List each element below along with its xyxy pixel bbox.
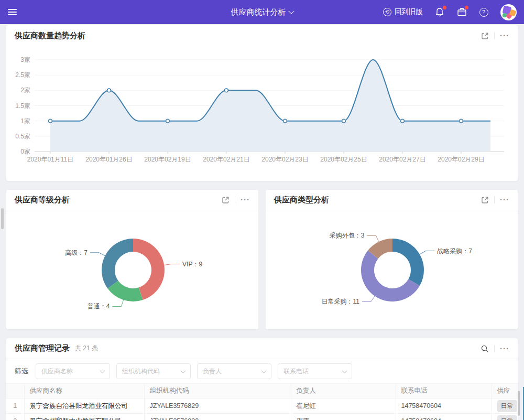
svg-text:2020年02月19日: 2020年02月19日 (144, 156, 191, 163)
cell-phone: 14758470604 (396, 414, 492, 420)
svg-text:VIP：9: VIP：9 (182, 261, 202, 268)
svg-text:2020年01月11日: 2020年01月11日 (27, 156, 74, 163)
cell-supplier-name: 景宁畲族自治县阳龙酒业有限公司 (24, 399, 144, 414)
search-icon[interactable] (481, 344, 489, 353)
supplier-table: 供应商名称 组织机构代码 负责人 联系电话 供应 1 景宁畲族自治县阳龙酒业有限… (6, 383, 518, 420)
col-supplier-type: 供应 (492, 384, 518, 399)
table-card-title: 供应商管理记录 (15, 343, 70, 353)
filter-placeholder: 联系电话 (283, 367, 343, 376)
row-index: 2 (6, 414, 24, 420)
supplier-trend-line-chart[interactable]: 0家0.5家1家1.5家2家2.5家3家2020年01月11日2020年01月2… (6, 50, 518, 165)
tasks-badge (465, 6, 468, 9)
cell-org-code: JZYALE3576829 (144, 399, 291, 414)
level-chart-card: 供应商等级分析 VIP：9普通：4高级：7 (6, 190, 258, 329)
filter-bar: 筛选 供应商名称 组织机构代码 负责人 联系电话 (6, 359, 518, 383)
page-title: 供应商统计分析 (231, 7, 286, 16)
filter-supplier-name-select[interactable]: 供应商名称 (36, 363, 110, 379)
help-icon (479, 8, 488, 17)
supplier-type-donut-chart[interactable]: 战略采购：7日常采购：11采购外包：3 (266, 210, 518, 329)
col-supplier-name: 供应商名称 (24, 384, 144, 399)
cell-phone: 14758470604 (396, 399, 492, 414)
left-scrollbar-thumb[interactable] (1, 208, 4, 229)
svg-text:1家: 1家 (20, 117, 30, 125)
chevron-down-icon (342, 368, 347, 373)
top-navbar: 供应商统计分析 ⟲ 回到旧版 (0, 0, 524, 24)
col-index (6, 384, 24, 399)
cell-person: 崔尼虹 (291, 399, 396, 414)
svg-text:0.5家: 0.5家 (15, 133, 30, 140)
filter-phone-select[interactable]: 联系电话 (278, 363, 352, 379)
svg-text:采购外包：3: 采购外包：3 (330, 232, 365, 239)
filter-person-select[interactable]: 负责人 (197, 363, 271, 379)
svg-text:高级：7: 高级：7 (65, 249, 88, 256)
trend-chart-card: 供应商数量趋势分析 0家0.5家1家1.5家2家2.5家3家2020年01月11… (6, 25, 518, 181)
chevron-down-icon (181, 368, 186, 373)
record-count: 共 21 条 (75, 344, 98, 353)
export-icon[interactable] (481, 196, 489, 204)
chevron-down-icon (288, 8, 294, 14)
supplier-level-donut-chart[interactable]: VIP：9普通：4高级：7 (6, 210, 258, 329)
col-org-code: 组织机构代码 (144, 384, 291, 399)
svg-text:1.5家: 1.5家 (15, 102, 30, 110)
notifications-button[interactable] (434, 7, 445, 17)
svg-text:3家: 3家 (20, 56, 30, 63)
svg-text:日常采购：11: 日常采购：11 (321, 298, 359, 305)
type-chart-card: 供应商类型分析 战略采购：7日常采购：11采购外包：3 (266, 190, 518, 329)
back-to-old-version-button[interactable]: ⟲ 回到旧版 (383, 7, 423, 17)
svg-text:2020年02月27日: 2020年02月27日 (379, 156, 425, 163)
svg-text:2020年02月25日: 2020年02月25日 (320, 156, 367, 163)
svg-text:2家: 2家 (20, 87, 30, 94)
cell-person: 邵霞 (291, 414, 396, 420)
filter-placeholder: 负责人 (203, 367, 262, 376)
col-person: 负责人 (291, 384, 396, 399)
cell-org-code: JZYALE3576830 (144, 414, 291, 420)
divider (494, 32, 495, 39)
supplier-records-card: 供应商管理记录 共 21 条 筛选 供应商名称 组织机构代码 负责人 (6, 338, 518, 420)
type-card-title: 供应商类型分析 (274, 195, 329, 205)
type-tag: 日常 (497, 400, 517, 412)
cell-supplier-name: 景宁畲州和顺农业发展有限公司 (24, 414, 144, 420)
filter-org-code-select[interactable]: 组织机构代码 (116, 363, 191, 379)
trend-card-title: 供应商数量趋势分析 (15, 31, 85, 41)
help-button[interactable] (478, 7, 489, 17)
svg-text:2020年01月26日: 2020年01月26日 (85, 156, 132, 163)
user-avatar[interactable] (500, 4, 517, 20)
filter-placeholder: 组织机构代码 (122, 367, 181, 376)
row-index: 1 (6, 399, 24, 414)
cell-supplier-type: 日常 (492, 414, 518, 420)
chevron-down-icon (100, 368, 105, 373)
table-scrollbar-thumb[interactable] (518, 391, 520, 416)
back-icon: ⟲ (383, 8, 391, 16)
cell-supplier-type: 日常 (492, 399, 518, 414)
notification-badge (443, 6, 446, 9)
table-row[interactable]: 2 景宁畲州和顺农业发展有限公司 JZYALE3576830 邵霞 147584… (6, 414, 518, 420)
more-icon[interactable] (500, 346, 509, 351)
svg-text:普通：4: 普通：4 (88, 303, 110, 310)
table-row[interactable]: 1 景宁畲族自治县阳龙酒业有限公司 JZYALE3576829 崔尼虹 1475… (6, 399, 518, 414)
more-icon[interactable] (500, 197, 509, 202)
svg-text:2020年02月21日: 2020年02月21日 (203, 156, 249, 163)
type-tag: 日常 (497, 415, 517, 420)
table-header-row: 供应商名称 组织机构代码 负责人 联系电话 供应 (6, 384, 518, 399)
tasks-button[interactable] (456, 7, 467, 17)
more-icon[interactable] (500, 33, 509, 38)
more-icon[interactable] (241, 197, 250, 202)
divider (494, 345, 495, 352)
divider (235, 196, 235, 203)
filter-placeholder: 供应商名称 (41, 367, 101, 376)
export-icon[interactable] (481, 32, 489, 40)
divider (494, 196, 495, 203)
back-to-old-label: 回到旧版 (395, 7, 423, 17)
level-card-title: 供应商等级分析 (15, 195, 70, 205)
svg-text:战略采购：7: 战略采购：7 (437, 247, 472, 255)
filter-label: 筛选 (15, 367, 28, 376)
export-icon[interactable] (222, 196, 230, 204)
chevron-down-icon (261, 368, 267, 373)
col-phone: 联系电话 (396, 384, 492, 399)
svg-text:2020年02月23日: 2020年02月23日 (261, 156, 308, 163)
svg-text:2.5家: 2.5家 (15, 71, 30, 79)
svg-text:0家: 0家 (20, 148, 30, 155)
svg-text:2020年02月29日: 2020年02月29日 (438, 156, 484, 163)
